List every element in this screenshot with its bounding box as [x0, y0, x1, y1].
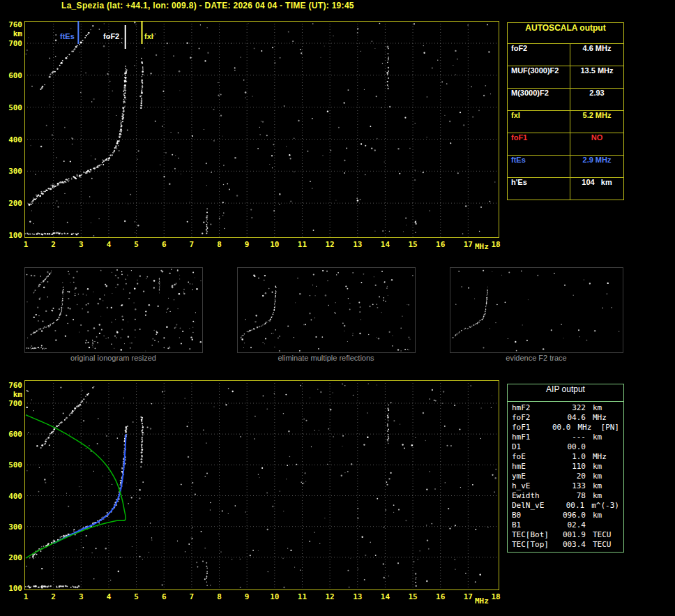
- autoscala-table: foF24.6 MHzMUF(3000)F213.5 MHzM(3000)F22…: [508, 44, 623, 200]
- autoscala-row-foF2: foF24.6 MHz: [508, 44, 623, 66]
- thumbnail-caption-evidence: evidence F2 trace: [450, 354, 623, 362]
- aip-param-value: 133: [558, 481, 586, 491]
- autoscala-param-value: 2.93: [570, 89, 623, 110]
- aip-output-panel: AIP output hmF2322kmfoF204.6MHzfoF100.0M…: [507, 384, 624, 553]
- autoscala-param-value: 5.2 MHz: [570, 111, 623, 133]
- aip-param-unit: TECU: [586, 530, 619, 540]
- aip-param-value: 096.0: [558, 511, 586, 520]
- aip-param-label: hmE: [512, 462, 558, 472]
- aip-row-TEC[Top]: TEC[Top]003.4TECU: [508, 540, 623, 550]
- autoscala-param-value: 104 km: [570, 178, 623, 200]
- aip-param-label: hmF1: [512, 433, 558, 442]
- autoscala-row-h'Es: h'Es104 km: [508, 178, 623, 200]
- aip-param-value: 04.6: [558, 413, 586, 423]
- aip-param-unit: MHz [PN]: [570, 423, 619, 433]
- aip-param-unit: km: [586, 433, 619, 442]
- aip-param-value: 322: [558, 403, 586, 413]
- aip-row-hmF2: hmF2322km: [508, 403, 623, 413]
- aip-row-B1: B102.4: [508, 520, 623, 530]
- thumbnail-caption-eliminate: eliminate multiple reflections: [237, 354, 415, 362]
- aip-param-label: Ewidth: [512, 491, 558, 501]
- aip-param-label: foF2: [512, 413, 558, 423]
- aip-param-label: TEC[Bot]: [512, 530, 558, 540]
- aip-param-label: TEC[Top]: [512, 540, 558, 550]
- aip-param-unit: [586, 442, 619, 452]
- autoscala-param-label: h'Es: [508, 178, 570, 200]
- fxI-marker-label: fxI: [144, 32, 153, 40]
- aip-row-ymE: ymE20km: [508, 472, 623, 481]
- aip-param-label: hmF2: [512, 403, 558, 413]
- aip-row-hmE: hmE110km: [508, 462, 623, 472]
- aip-param-unit: km: [586, 462, 619, 472]
- aip-param-value: 20: [558, 472, 586, 481]
- autoscala-param-label: MUF(3000)F2: [508, 66, 570, 88]
- aip-param-unit: km: [586, 511, 619, 520]
- autoscala-panel-title: AUTOSCALA output: [508, 23, 623, 44]
- aip-param-value: ---: [558, 433, 586, 442]
- aip-row-foE: foE1.0MHz: [508, 452, 623, 462]
- aip-param-unit: km: [586, 472, 619, 481]
- aip-param-label: D1: [512, 442, 558, 452]
- aip-row-D1: D100.0: [508, 442, 623, 452]
- aip-param-label: ymE: [512, 472, 558, 481]
- aip-param-value: 00.0: [549, 423, 571, 433]
- station-date-header: La_Spezia (lat: +44.1, lon: 009.8) - DAT…: [61, 1, 354, 10]
- profile-x-axis-unit-label: MHz: [475, 596, 489, 606]
- aip-param-unit: TECU: [586, 540, 619, 550]
- aip-row-TEC[Bot]: TEC[Bot]001.9TECU: [508, 530, 623, 540]
- aip-param-unit: MHz: [586, 452, 619, 462]
- autoscala-row-fxI: fxI5.2 MHz: [508, 111, 623, 133]
- autoscala-output-panel: AUTOSCALA output foF24.6 MHzMUF(3000)F21…: [507, 22, 624, 200]
- aip-param-unit: km: [586, 403, 619, 413]
- aip-param-value: 110: [558, 462, 586, 472]
- autoscala-row-foF1: foF1NO: [508, 133, 623, 156]
- aip-row-foF1: foF100.0MHz [PN]: [508, 423, 623, 433]
- autoscala-param-label: M(3000)F2: [508, 89, 570, 110]
- aip-row-DelN_vE: DelN_vE00.1m^(-3): [508, 501, 623, 511]
- autoscala-param-label: foF1: [508, 133, 570, 155]
- aip-param-unit: MHz: [586, 413, 619, 423]
- aip-param-value: 00.0: [558, 442, 586, 452]
- aip-param-unit: [586, 520, 619, 530]
- aip-panel-title: AIP output: [508, 384, 623, 402]
- aip-param-value: 1.0: [558, 452, 586, 462]
- aip-param-unit: m^(-3): [584, 501, 619, 511]
- aip-param-unit: km: [586, 491, 619, 501]
- autoscala-param-value: 4.6 MHz: [570, 44, 623, 66]
- autoscala-param-value: 2.9 MHz: [570, 156, 623, 177]
- aip-param-value: 02.4: [558, 520, 586, 530]
- aip-param-value: 78: [558, 491, 586, 501]
- aip-param-value: 001.9: [558, 530, 586, 540]
- aip-param-label: DelN_vE: [512, 501, 557, 511]
- foF2-marker-label: foF2: [103, 32, 119, 40]
- ftEs-marker-label: ftEs: [60, 32, 75, 40]
- aip-param-label: foE: [512, 452, 558, 462]
- aip-row-foF2: foF204.6MHz: [508, 413, 623, 423]
- autoscala-row-ftEs: ftEs2.9 MHz: [508, 156, 623, 178]
- aip-param-value: 00.1: [557, 501, 584, 511]
- thumbnail-caption-original: original ionogram resized: [24, 354, 202, 362]
- aip-param-unit: km: [586, 481, 619, 491]
- aip-row-B0: B0096.0km: [508, 511, 623, 520]
- aip-table: hmF2322kmfoF204.6MHzfoF100.0MHz [PN]hmF1…: [508, 402, 623, 550]
- aip-param-label: h_vE: [512, 481, 558, 491]
- aip-param-label: B0: [512, 511, 558, 520]
- aip-param-label: B1: [512, 520, 558, 530]
- autoscala-param-value: NO: [570, 133, 623, 155]
- aip-row-h_vE: h_vE133km: [508, 481, 623, 491]
- aip-param-label: foF1: [512, 423, 549, 433]
- autoscala-param-label: ftEs: [508, 156, 570, 177]
- autoscala-param-label: fxI: [508, 111, 570, 133]
- aip-row-hmF1: hmF1---km: [508, 433, 623, 442]
- aip-row-Ewidth: Ewidth78km: [508, 491, 623, 501]
- autoscala-row-M(3000)F2: M(3000)F22.93: [508, 89, 623, 111]
- main-x-axis-unit-label: MHz: [475, 242, 489, 251]
- autoscala-app-window: La_Spezia (lat: +44.1, lon: 009.8) - DAT…: [0, 0, 675, 616]
- autoscala-param-label: foF2: [508, 44, 570, 66]
- autoscala-param-value: 13.5 MHz: [570, 66, 623, 88]
- autoscala-row-MUF(3000)F2: MUF(3000)F213.5 MHz: [508, 66, 623, 89]
- aip-param-value: 003.4: [558, 540, 586, 550]
